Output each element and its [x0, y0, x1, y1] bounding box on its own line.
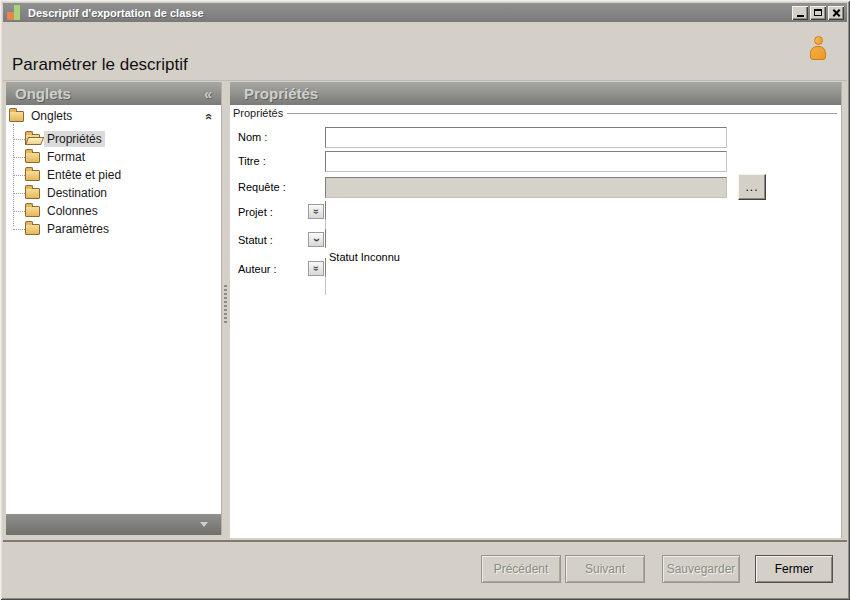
auteur-combo[interactable]: « [325, 258, 326, 295]
page-title: Paramétrer le descriptif [12, 55, 188, 75]
nom-label: Nom : [238, 131, 322, 143]
scroll-down-icon[interactable] [200, 522, 208, 527]
folder-icon [25, 170, 40, 181]
tree-root-onglets[interactable]: Onglets « [6, 105, 221, 127]
user-icon-body [810, 46, 826, 60]
close-button[interactable] [828, 6, 844, 20]
main-panel-title: Propriétés [244, 85, 318, 102]
user-icon-head [814, 36, 823, 45]
main-panel: Propriétés Propriétés Nom : Titre : Req [230, 82, 842, 538]
projet-dropdown-button[interactable]: « [308, 204, 324, 219]
window-title: Descriptif d'exportation de classe [28, 7, 204, 19]
suivant-button: Suivant [565, 555, 645, 583]
window-controls [792, 6, 844, 20]
onglets-tree: Onglets « Propriétés Format [6, 105, 221, 514]
tree-item-parametres[interactable]: Paramètres [6, 220, 221, 238]
tree-item-entete-et-pied[interactable]: Entête et pied [6, 166, 221, 184]
collapse-sidebar-icon[interactable]: « [204, 86, 212, 102]
sauvegarder-button: Sauvegarder [662, 555, 740, 583]
dialog-window: Descriptif d'exportation de classe Param… [0, 0, 850, 600]
app-icon[interactable] [7, 5, 21, 21]
app-icon-orange-block [7, 12, 14, 20]
chevron-double-down-icon: « [311, 266, 321, 271]
app-icon-green-block [14, 5, 20, 20]
folder-icon [9, 111, 24, 122]
titre-label: Titre : [238, 155, 322, 167]
requete-input [325, 177, 727, 198]
requete-browse-button[interactable]: ... [738, 174, 766, 200]
tree-item-format[interactable]: Format [6, 148, 221, 166]
titre-input[interactable] [325, 151, 727, 172]
sidebar-header: Onglets « [6, 82, 221, 105]
close-icon [832, 9, 840, 17]
folder-icon [25, 206, 40, 217]
group-box-legend: Propriétés [233, 107, 837, 119]
maximize-icon [814, 9, 822, 16]
tree-root-label: Onglets [31, 109, 72, 123]
footer-bar: Précédent Suivant Sauvegarder Fermer [3, 540, 847, 597]
tree-item-colonnes[interactable]: Colonnes [6, 202, 221, 220]
group-box-line [287, 113, 837, 114]
fermer-button[interactable]: Fermer [755, 555, 833, 583]
sidebar: Onglets « Onglets « Propriétés Format [6, 82, 222, 535]
chevron-double-down-icon: « [311, 209, 321, 214]
tree-items: Propriétés Format Entête et pied Destina… [6, 127, 221, 238]
collapse-tree-icon[interactable]: « [202, 113, 216, 119]
sidebar-bottom-bar[interactable] [6, 514, 221, 535]
statut-dropdown-button[interactable]: ‹ [308, 232, 324, 247]
minimize-button[interactable] [792, 6, 808, 20]
auteur-dropdown-button[interactable]: « [308, 261, 324, 276]
proprietes-form: Propriétés Nom : Titre : Requête : [230, 105, 841, 538]
open-folder-icon [25, 134, 40, 145]
main-panel-header: Propriétés [230, 82, 841, 105]
maximize-button[interactable] [810, 6, 826, 20]
minimize-icon [797, 15, 804, 17]
tree-item-proprietes[interactable]: Propriétés [6, 130, 221, 148]
nom-input[interactable] [325, 127, 727, 148]
splitter-handle[interactable] [224, 285, 227, 323]
user-icon [808, 36, 828, 68]
chevron-down-icon: ‹ [310, 238, 322, 242]
page-header: Paramétrer le descriptif [3, 22, 847, 81]
sidebar-header-title: Onglets [15, 85, 71, 102]
folder-icon [25, 224, 40, 235]
precedent-button: Précédent [481, 555, 561, 583]
folder-icon [25, 188, 40, 199]
title-bar[interactable]: Descriptif d'exportation de classe [3, 3, 847, 22]
tree-item-destination[interactable]: Destination [6, 184, 221, 202]
folder-icon [25, 152, 40, 163]
requete-label: Requête : [238, 181, 322, 193]
